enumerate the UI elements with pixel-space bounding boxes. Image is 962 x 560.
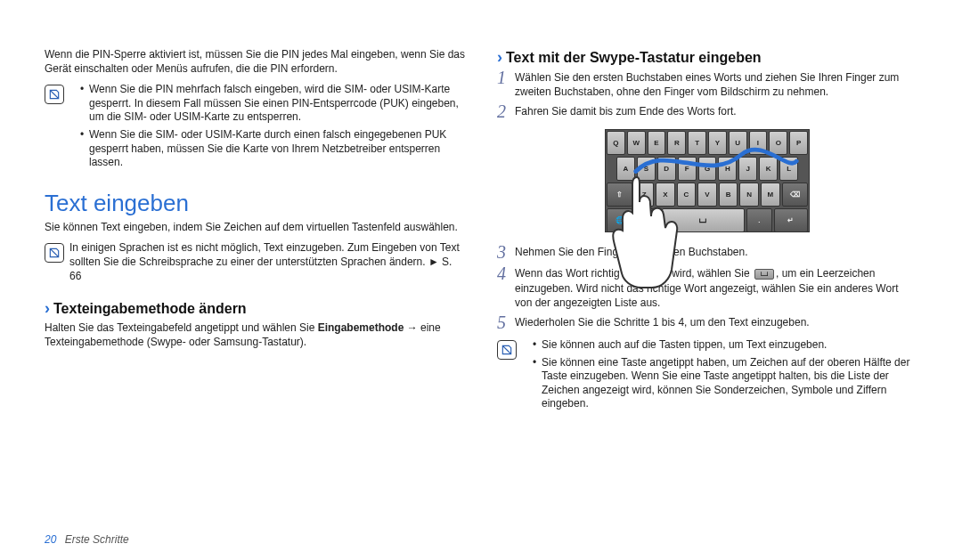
key-l: L — [779, 157, 798, 181]
key-j: J — [738, 157, 757, 181]
key-k: K — [759, 157, 778, 181]
change-input-body: Halten Sie das Texteingabefeld angetippt… — [45, 321, 465, 349]
key-y: Y — [708, 131, 727, 155]
key-q: Q — [607, 131, 625, 155]
enter-key: ↵ — [774, 208, 808, 232]
swype-steps: 1 Wählen Sie den ersten Buchstaben eines… — [497, 70, 917, 120]
swype-note-item-2: Sie können eine Taste angetippt haben, u… — [533, 356, 917, 411]
backspace-key: ⌫ — [782, 183, 808, 207]
note-icon — [45, 243, 64, 263]
subsection-swype: › Text mit der Swype-Tastatur eingeben — [497, 48, 917, 67]
key-r: R — [667, 131, 686, 155]
chevron-right-icon: › — [45, 299, 50, 318]
step-text: Wiederholen Sie die Schritte 1 bis 4, um… — [515, 315, 917, 329]
key-v: V — [697, 183, 717, 207]
chevron-right-icon: › — [497, 48, 502, 67]
left-column: Wenn die PIN-Sperre aktiviert ist, müsse… — [45, 48, 465, 426]
pin-note-item-1: Wenn Sie die PIN mehrfach falsch eingebe… — [80, 83, 465, 125]
subsection-change-input-label: Texteingabemethode ändern — [53, 301, 247, 317]
key-g: G — [698, 157, 717, 181]
key-w: W — [627, 131, 646, 155]
footer-section: Erste Schritte — [65, 533, 129, 546]
pin-note-item-2: Wenn Sie die SIM- oder USIM-Karte durch … — [80, 128, 465, 170]
key-e: E — [648, 131, 666, 155]
swype-steps-continued: 3 Nehmen Sie den Finger vom letzten Buch… — [497, 245, 917, 331]
space-key-icon — [754, 269, 774, 280]
page-footer: 20 Erste Schritte — [45, 533, 129, 546]
key-u: U — [729, 131, 747, 155]
language-note: In einigen Sprachen ist es nicht möglich… — [45, 241, 465, 283]
step-number: 4 — [497, 264, 515, 282]
page-number: 20 — [45, 533, 56, 546]
subsection-change-input: › Texteingabemethode ändern — [45, 299, 465, 318]
step-number: 3 — [497, 243, 515, 261]
key-n: N — [739, 183, 759, 207]
pin-note: Wenn Sie die PIN mehrfach falsch eingebe… — [45, 83, 465, 174]
key-t: T — [688, 131, 706, 155]
swype-note-item-1: Sie können auch auf die Tasten tippen, u… — [533, 338, 917, 353]
note-icon — [45, 85, 64, 104]
section-heading-text-eingeben: Text eingeben — [45, 190, 465, 217]
dot-key: . — [746, 208, 772, 232]
step-text: Wählen Sie den ersten Buchstaben eines W… — [515, 70, 917, 99]
key-b: B — [719, 183, 738, 207]
key-p: P — [789, 131, 808, 155]
step-text: Nehmen Sie den Finger vom letzten Buchst… — [515, 245, 917, 259]
swype-figure: QWERTYUIOP ASDFGHJKL ⇧ ZXCVBNM⌫ 🌐 ☻ ⌴ . … — [605, 129, 810, 232]
step-text: Wenn das Wort richtig angezeigt wird, wä… — [515, 266, 917, 310]
language-note-text: In einigen Sprachen ist es nicht möglich… — [69, 241, 465, 283]
key-i: I — [749, 131, 768, 155]
key-h: H — [718, 157, 737, 181]
right-column: › Text mit der Swype-Tastatur eingeben 1… — [497, 48, 917, 426]
key-o: O — [769, 131, 787, 155]
step-number: 2 — [497, 102, 515, 120]
swype-note: Sie können auch auf die Tasten tippen, u… — [497, 338, 917, 415]
step-number: 5 — [497, 313, 515, 331]
note-icon — [497, 340, 517, 360]
subsection-swype-label: Text mit der Swype-Tastatur eingeben — [506, 50, 762, 66]
step-text: Fahren Sie damit bis zum Ende des Worts … — [515, 104, 917, 118]
key-m: M — [761, 183, 780, 207]
hand-icon — [592, 168, 690, 293]
section-subtext: Sie können Text eingeben, indem Sie Zeic… — [45, 221, 465, 235]
step-number: 1 — [497, 69, 515, 86]
pin-intro-text: Wenn die PIN-Sperre aktiviert ist, müsse… — [45, 48, 465, 76]
